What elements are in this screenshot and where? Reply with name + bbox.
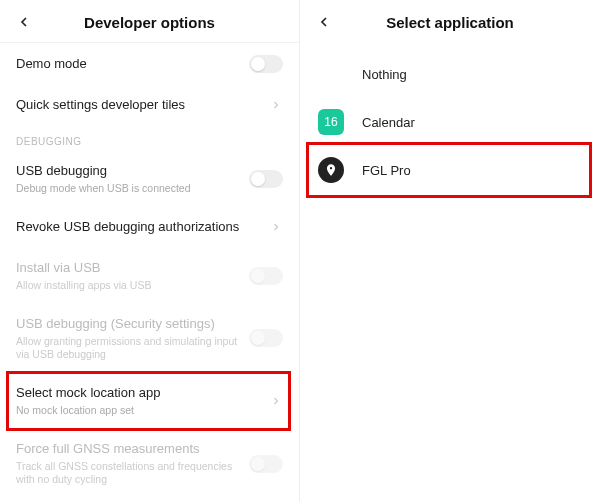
app-row-calendar[interactable]: 16 Calendar xyxy=(300,98,600,146)
row-title: Demo mode xyxy=(16,56,249,73)
row-subtitle: No mock location app set xyxy=(16,404,263,417)
chevron-right-icon xyxy=(269,394,283,408)
toggle-usb-debugging[interactable] xyxy=(249,170,283,188)
row-title: Revoke USB debugging authorizations xyxy=(16,219,263,236)
page-title: Select application xyxy=(314,14,586,31)
page-title: Developer options xyxy=(14,14,285,31)
header-left: Developer options xyxy=(0,0,299,42)
row-title: Force full GNSS measurements xyxy=(16,441,249,458)
calendar-icon: 16 xyxy=(318,109,344,135)
row-force-gnss: Force full GNSS measurements Track all G… xyxy=(0,429,299,498)
toggle-install-via-usb xyxy=(249,267,283,285)
section-header-debugging: DEBUGGING xyxy=(0,126,299,151)
row-view-attribute-inspection[interactable]: Enable view attribute inspection xyxy=(0,498,299,502)
header-right: Select application xyxy=(300,0,600,42)
row-revoke-usb[interactable]: Revoke USB debugging authorizations xyxy=(0,207,299,248)
row-usb-debugging[interactable]: USB debugging Debug mode when USB is con… xyxy=(0,151,299,207)
app-row-nothing[interactable]: Nothing xyxy=(300,50,600,98)
app-label: FGL Pro xyxy=(362,163,411,178)
row-title: Quick settings developer tiles xyxy=(16,97,263,114)
calendar-day-number: 16 xyxy=(324,115,337,129)
row-subtitle: Allow installing apps via USB xyxy=(16,279,249,292)
row-subtitle: Track all GNSS constellations and freque… xyxy=(16,460,249,486)
chevron-right-icon xyxy=(269,220,283,234)
toggle-usb-debugging-security xyxy=(249,329,283,347)
row-subtitle: Debug mode when USB is connected xyxy=(16,182,249,195)
row-title: USB debugging (Security settings) xyxy=(16,316,249,333)
row-demo-mode[interactable]: Demo mode xyxy=(0,43,299,85)
app-label: Calendar xyxy=(362,115,415,130)
row-subtitle: Allow granting permissions and simulatin… xyxy=(16,335,249,361)
app-row-fgl-pro[interactable]: FGL Pro xyxy=(300,146,600,194)
row-install-via-usb: Install via USB Allow installing apps vi… xyxy=(0,248,299,304)
location-pin-icon xyxy=(318,157,344,183)
chevron-right-icon xyxy=(269,98,283,112)
row-title: USB debugging xyxy=(16,163,249,180)
row-select-mock-location-app[interactable]: Select mock location app No mock locatio… xyxy=(0,373,299,429)
toggle-force-gnss xyxy=(249,455,283,473)
developer-options-panel: Developer options Demo mode Quick settin… xyxy=(0,0,300,502)
row-title: Install via USB xyxy=(16,260,249,277)
toggle-demo-mode[interactable] xyxy=(249,55,283,73)
nothing-icon xyxy=(318,61,344,87)
select-application-panel: Select application Nothing 16 Calendar F… xyxy=(300,0,600,502)
row-title: Select mock location app xyxy=(16,385,263,402)
row-quick-tiles[interactable]: Quick settings developer tiles xyxy=(0,85,299,126)
app-label: Nothing xyxy=(362,67,407,82)
highlight-mock-location: Select mock location app No mock locatio… xyxy=(0,373,299,429)
highlight-fgl-pro: FGL Pro xyxy=(300,146,600,194)
row-usb-debugging-security: USB debugging (Security settings) Allow … xyxy=(0,304,299,373)
